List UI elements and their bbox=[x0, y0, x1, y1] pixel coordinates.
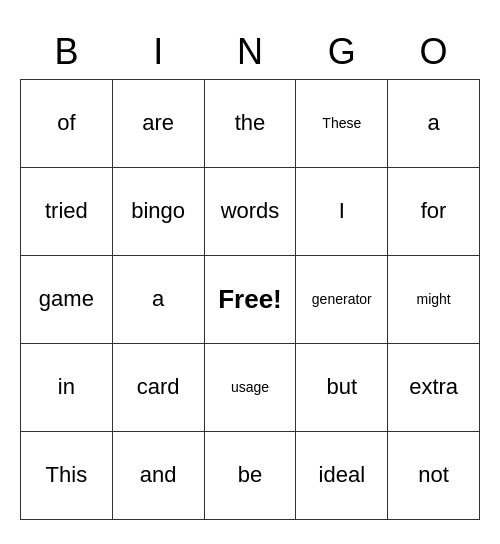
cell-r0-c1: are bbox=[112, 79, 204, 167]
cell-text: generator bbox=[312, 291, 372, 307]
cell-text: of bbox=[57, 110, 75, 135]
table-row: gameaFree!generatormight bbox=[21, 255, 480, 343]
cell-r4-c4: not bbox=[388, 431, 480, 519]
cell-r0-c0: of bbox=[21, 79, 113, 167]
cell-r2-c1: a bbox=[112, 255, 204, 343]
cell-r0-c2: the bbox=[204, 79, 296, 167]
cell-r3-c3: but bbox=[296, 343, 388, 431]
cell-text: for bbox=[421, 198, 447, 223]
cell-r1-c0: tried bbox=[21, 167, 113, 255]
cell-text: I bbox=[339, 198, 345, 223]
cell-r0-c4: a bbox=[388, 79, 480, 167]
cell-text: card bbox=[137, 374, 180, 399]
bingo-header-I: I bbox=[112, 24, 204, 79]
cell-text: a bbox=[427, 110, 439, 135]
cell-r2-c4: might bbox=[388, 255, 480, 343]
cell-r1-c1: bingo bbox=[112, 167, 204, 255]
cell-text: be bbox=[238, 462, 262, 487]
bingo-card: BINGO ofaretheTheseatriedbingowordsIforg… bbox=[20, 24, 480, 520]
cell-text: This bbox=[46, 462, 88, 487]
cell-text: game bbox=[39, 286, 94, 311]
cell-r3-c2: usage bbox=[204, 343, 296, 431]
cell-text: bingo bbox=[131, 198, 185, 223]
cell-text: words bbox=[221, 198, 280, 223]
cell-text: might bbox=[416, 291, 450, 307]
table-row: Thisandbeidealnot bbox=[21, 431, 480, 519]
cell-text: and bbox=[140, 462, 177, 487]
bingo-header-N: N bbox=[204, 24, 296, 79]
cell-r2-c0: game bbox=[21, 255, 113, 343]
cell-r1-c3: I bbox=[296, 167, 388, 255]
bingo-header-G: G bbox=[296, 24, 388, 79]
cell-r3-c4: extra bbox=[388, 343, 480, 431]
cell-r2-c2: Free! bbox=[204, 255, 296, 343]
cell-r3-c0: in bbox=[21, 343, 113, 431]
cell-r4-c1: and bbox=[112, 431, 204, 519]
cell-text: usage bbox=[231, 379, 269, 395]
bingo-header-B: B bbox=[21, 24, 113, 79]
cell-r0-c3: These bbox=[296, 79, 388, 167]
cell-text: not bbox=[418, 462, 449, 487]
cell-text: tried bbox=[45, 198, 88, 223]
cell-text: the bbox=[235, 110, 266, 135]
cell-r1-c4: for bbox=[388, 167, 480, 255]
cell-r4-c3: ideal bbox=[296, 431, 388, 519]
cell-r3-c1: card bbox=[112, 343, 204, 431]
cell-r4-c0: This bbox=[21, 431, 113, 519]
cell-r1-c2: words bbox=[204, 167, 296, 255]
cell-r4-c2: be bbox=[204, 431, 296, 519]
table-row: ofaretheThesea bbox=[21, 79, 480, 167]
table-row: triedbingowordsIfor bbox=[21, 167, 480, 255]
cell-text: a bbox=[152, 286, 164, 311]
cell-text: but bbox=[327, 374, 358, 399]
table-row: incardusagebutextra bbox=[21, 343, 480, 431]
bingo-header-O: O bbox=[388, 24, 480, 79]
cell-text: Free! bbox=[218, 284, 282, 314]
cell-r2-c3: generator bbox=[296, 255, 388, 343]
cell-text: ideal bbox=[319, 462, 365, 487]
cell-text: extra bbox=[409, 374, 458, 399]
cell-text: These bbox=[322, 115, 361, 131]
cell-text: are bbox=[142, 110, 174, 135]
cell-text: in bbox=[58, 374, 75, 399]
